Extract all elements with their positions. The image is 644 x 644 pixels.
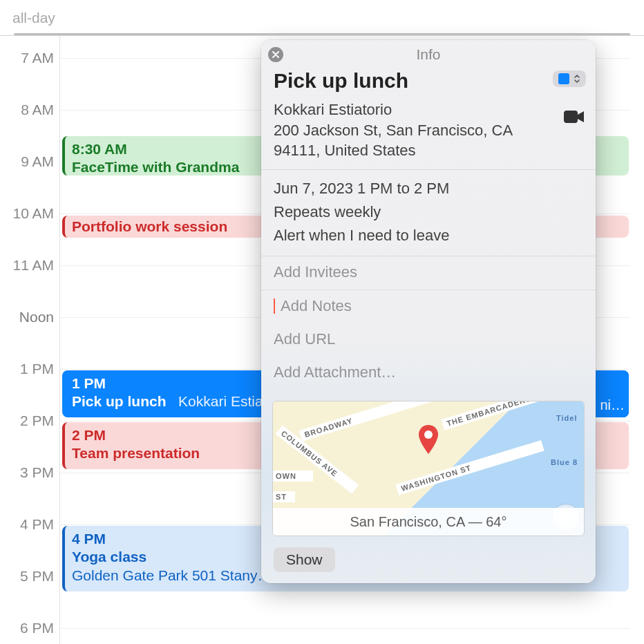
section-notes-url-attach: Add Notes Add URL Add Attachment…	[261, 290, 596, 390]
event-time: 8:30 AM	[72, 141, 127, 157]
map-pin-icon	[418, 425, 439, 458]
section-invitees[interactable]: Add Invitees	[261, 256, 596, 290]
street-tidel: Tidel	[552, 413, 585, 424]
add-video-call-button[interactable]	[564, 109, 585, 129]
close-icon	[272, 51, 279, 58]
add-attachment-field[interactable]: Add Attachment…	[274, 363, 396, 381]
event-title: Pick up lunch	[72, 393, 167, 409]
event-datetime: Jun 7, 2023 1 PM to 2 PM	[274, 177, 583, 200]
add-url-field[interactable]: Add URL	[274, 330, 335, 348]
show-button[interactable]: Show	[274, 547, 335, 572]
add-notes-field[interactable]: Add Notes	[274, 297, 583, 315]
event-info-popover: Info Pick up lunch Kokkari Estiatorio 20…	[261, 40, 596, 583]
hour-5pm: 5 PM	[20, 568, 54, 585]
event-alert: Alert when I need to leave	[274, 224, 583, 247]
event-title: Portfolio work session	[72, 218, 227, 234]
updown-chevron-icon	[574, 74, 580, 84]
event-detail-location[interactable]: Kokkari Estiatorio 200 Jackson St, San F…	[274, 100, 583, 161]
popover-titlebar: Info	[261, 40, 596, 69]
map-preview[interactable]: BROADWAY COLUMBUS AVE THE EMBARCADERO WA…	[272, 401, 585, 536]
hour-7am: 7 AM	[21, 50, 54, 66]
hour-9am: 9 AM	[21, 153, 54, 170]
hour-2pm: 2 PM	[20, 413, 54, 429]
event-overflow-text: ni…	[600, 397, 625, 413]
map-weather-footer: San Francisco, CA — 64°	[273, 508, 584, 536]
hour-3pm: 3 PM	[20, 464, 54, 481]
all-day-divider	[14, 33, 630, 35]
street-st: ST	[272, 491, 295, 502]
svg-point-1	[424, 430, 433, 439]
popover-header: Info	[416, 46, 440, 63]
hour-10am: 10 AM	[12, 205, 54, 222]
location-address: 200 Jackson St, San Francisco, CA 94111,…	[274, 122, 512, 160]
event-detail-title[interactable]: Pick up lunch	[274, 69, 583, 93]
section-title-location: Pick up lunch Kokkari Estiatorio 200 Jac…	[261, 69, 596, 169]
show-button-label: Show	[286, 551, 323, 567]
event-time: 2 PM	[72, 427, 106, 443]
calendar-color-swatch	[558, 73, 569, 84]
close-button[interactable]	[268, 47, 283, 62]
notes-placeholder: Add Notes	[281, 297, 352, 314]
map-footer-text: San Francisco, CA — 64°	[350, 514, 507, 530]
street-own: OWN	[272, 471, 313, 482]
hour-noon: Noon	[19, 309, 54, 325]
location-name: Kokkari Estiatorio	[274, 101, 392, 118]
section-schedule[interactable]: Jun 7, 2023 1 PM to 2 PM Repeats weekly …	[261, 169, 596, 256]
svg-rect-0	[564, 111, 578, 123]
hour-6pm: 6 PM	[20, 620, 54, 636]
event-time: 4 PM	[72, 531, 106, 547]
all-day-row[interactable]: all-day	[0, 0, 644, 36]
event-time: 1 PM	[72, 375, 106, 391]
hour-4pm: 4 PM	[20, 516, 54, 533]
event-repeat: Repeats weekly	[274, 200, 583, 224]
hour-1pm: 1 PM	[20, 361, 54, 377]
hour-8am: 8 AM	[21, 102, 54, 118]
hour-11am: 11 AM	[12, 257, 54, 274]
street-blue8: Blue 8	[547, 457, 585, 468]
section-map: BROADWAY COLUMBUS AVE THE EMBARCADERO WA…	[261, 390, 596, 547]
video-camera-icon	[564, 109, 585, 124]
gutter-divider	[59, 36, 60, 644]
time-gutter: 7 AM 8 AM 9 AM 10 AM 11 AM Noon 1 PM 2 P…	[0, 36, 59, 644]
all-day-label: all-day	[12, 10, 55, 26]
calendar-picker-button[interactable]	[553, 70, 586, 87]
add-invitees-field[interactable]: Add Invitees	[274, 263, 357, 281]
